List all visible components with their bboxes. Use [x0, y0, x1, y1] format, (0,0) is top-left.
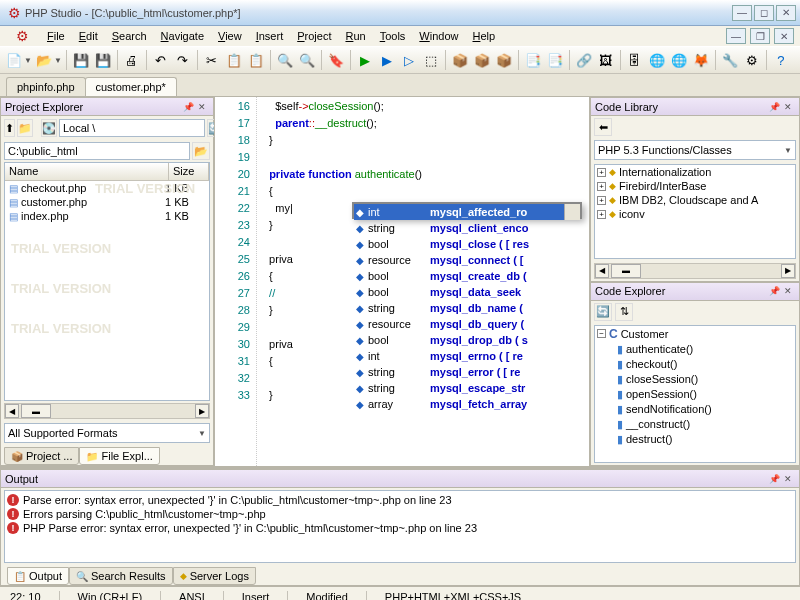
- autocomplete-item[interactable]: ◆stringmysql_client_enco: [354, 220, 580, 236]
- pin-icon[interactable]: 📌: [181, 100, 195, 114]
- h-scrollbar[interactable]: ◀▬▶: [4, 403, 210, 419]
- autocomplete-item[interactable]: ◆stringmysql_db_name (: [354, 300, 580, 316]
- drive-select[interactable]: [59, 119, 205, 137]
- menu-window[interactable]: Window: [413, 28, 464, 44]
- pin-icon[interactable]: 📌: [767, 472, 781, 486]
- manage2-icon[interactable]: 📑: [545, 50, 565, 70]
- minimize-button[interactable]: —: [732, 5, 752, 21]
- manage-icon[interactable]: 📑: [523, 50, 543, 70]
- col-size[interactable]: Size: [169, 163, 209, 180]
- file-row[interactable]: ▤checkout.php1 KB: [5, 181, 209, 195]
- drive-icon[interactable]: 💽: [41, 119, 57, 137]
- tree-method[interactable]: ▮closeSession(): [595, 372, 795, 387]
- tree-method[interactable]: ▮openSession(): [595, 387, 795, 402]
- menu-file[interactable]: File: [41, 28, 71, 44]
- copy-icon[interactable]: 📋: [224, 50, 244, 70]
- code-editor[interactable]: 161718192021222324252627282930313233 $se…: [215, 97, 589, 466]
- save-icon[interactable]: 💾: [71, 50, 91, 70]
- pin-icon[interactable]: 📌: [767, 100, 781, 114]
- help-icon[interactable]: ?: [771, 50, 791, 70]
- tree-item[interactable]: +◆iconv: [595, 207, 795, 221]
- autocomplete-item[interactable]: ◆boolmysql_drop_db ( s: [354, 332, 580, 348]
- refresh-icon[interactable]: 🔄: [594, 303, 612, 321]
- redo-icon[interactable]: ↷: [173, 50, 193, 70]
- step-icon[interactable]: ▷: [399, 50, 419, 70]
- tree-item[interactable]: +◆Internationalization: [595, 165, 795, 179]
- menu-insert[interactable]: Insert: [250, 28, 290, 44]
- tab-search-results[interactable]: 🔍Search Results: [69, 567, 173, 585]
- code-area[interactable]: $self->closeSession(); parent::__destruc…: [257, 97, 589, 466]
- maximize-button[interactable]: ◻: [754, 5, 774, 21]
- tree-item[interactable]: +◆IBM DB2, Cloudscape and A: [595, 193, 795, 207]
- tree-method[interactable]: ▮checkout(): [595, 357, 795, 372]
- debug-icon[interactable]: ▶: [377, 50, 397, 70]
- tool-icon[interactable]: 🔧: [720, 50, 740, 70]
- autocomplete-item[interactable]: ◆resourcemysql_db_query (: [354, 316, 580, 332]
- menu-run[interactable]: Run: [339, 28, 371, 44]
- menu-tools[interactable]: Tools: [374, 28, 412, 44]
- back-icon[interactable]: ⬅: [594, 118, 612, 136]
- menu-help[interactable]: Help: [467, 28, 502, 44]
- autocomplete-item[interactable]: ◆arraymysql_fetch_array: [354, 396, 580, 412]
- up-icon[interactable]: ⬆: [4, 119, 15, 137]
- file-row[interactable]: ▤index.php1 KB: [5, 209, 209, 223]
- tree-method[interactable]: ▮__construct(): [595, 417, 795, 432]
- undo-icon[interactable]: ↶: [151, 50, 171, 70]
- project2-icon[interactable]: 📦: [472, 50, 492, 70]
- autocomplete-item[interactable]: ◆boolmysql_create_db (: [354, 268, 580, 284]
- print-icon[interactable]: 🖨: [122, 50, 142, 70]
- filter-combo[interactable]: All Supported Formats▼: [4, 423, 210, 443]
- close-icon[interactable]: ✕: [781, 284, 795, 298]
- image-icon[interactable]: 🖼: [596, 50, 616, 70]
- paste-icon[interactable]: 📋: [246, 50, 266, 70]
- file-tab[interactable]: customer.php*: [85, 77, 177, 96]
- child-minimize-button[interactable]: —: [726, 28, 746, 44]
- pin-icon[interactable]: 📌: [767, 284, 781, 298]
- new-folder-icon[interactable]: 📁: [17, 119, 33, 137]
- find-icon[interactable]: 🔍: [275, 50, 295, 70]
- find-files-icon[interactable]: 🔍: [297, 50, 317, 70]
- open-icon[interactable]: 📂: [34, 50, 54, 70]
- sort-icon[interactable]: ⇅: [615, 303, 633, 321]
- bookmark-icon[interactable]: 🔖: [326, 50, 346, 70]
- close-icon[interactable]: ✕: [195, 100, 209, 114]
- run-icon[interactable]: ▶: [355, 50, 375, 70]
- project3-icon[interactable]: 📦: [494, 50, 514, 70]
- link-icon[interactable]: 🔗: [574, 50, 594, 70]
- autocomplete-item[interactable]: ◆resourcemysql_connect ( [: [354, 252, 580, 268]
- browser-icon[interactable]: 🌐: [669, 50, 689, 70]
- cut-icon[interactable]: ✂: [202, 50, 222, 70]
- dropdown-icon[interactable]: ▼: [24, 56, 32, 65]
- tab-server-logs[interactable]: ◆Server Logs: [173, 567, 256, 585]
- tree-method[interactable]: ▮destruct(): [595, 432, 795, 447]
- close-button[interactable]: ✕: [776, 5, 796, 21]
- autocomplete-item[interactable]: ◆intmysql_errno ( [ re: [354, 348, 580, 364]
- new-icon[interactable]: 📄: [4, 50, 24, 70]
- tab-output[interactable]: 📋Output: [7, 567, 69, 585]
- autocomplete-item[interactable]: ◆boolmysql_close ( [ res: [354, 236, 580, 252]
- autocomplete-item[interactable]: ◆intmysql_affected_ro: [354, 204, 580, 220]
- tree-method[interactable]: ▮authenticate(): [595, 342, 795, 357]
- tree-method[interactable]: ▮sendNotification(): [595, 402, 795, 417]
- options-icon[interactable]: ⚙: [742, 50, 762, 70]
- ftp-icon[interactable]: 🌐: [647, 50, 667, 70]
- go-icon[interactable]: 📂: [192, 142, 210, 160]
- close-icon[interactable]: ✕: [781, 100, 795, 114]
- path-input[interactable]: [4, 142, 190, 160]
- col-name[interactable]: Name: [5, 163, 169, 180]
- scrollbar[interactable]: [564, 204, 580, 220]
- h-scrollbar[interactable]: ◀▬▶: [594, 263, 796, 279]
- autocomplete-item[interactable]: ◆stringmysql_escape_str: [354, 380, 580, 396]
- save-all-icon[interactable]: 💾: [93, 50, 113, 70]
- close-icon[interactable]: ✕: [781, 472, 795, 486]
- menu-project[interactable]: Project: [291, 28, 337, 44]
- browser2-icon[interactable]: 🦊: [691, 50, 711, 70]
- dropdown-icon[interactable]: ▼: [54, 56, 62, 65]
- library-combo[interactable]: PHP 5.3 Functions/Classes▼: [594, 140, 796, 160]
- tab-project[interactable]: 📦Project ...: [4, 447, 79, 465]
- file-tab[interactable]: phpinfo.php: [6, 77, 86, 96]
- project-icon[interactable]: 📦: [450, 50, 470, 70]
- autocomplete-item[interactable]: ◆boolmysql_data_seek: [354, 284, 580, 300]
- menu-navigate[interactable]: Navigate: [155, 28, 210, 44]
- menu-edit[interactable]: Edit: [73, 28, 104, 44]
